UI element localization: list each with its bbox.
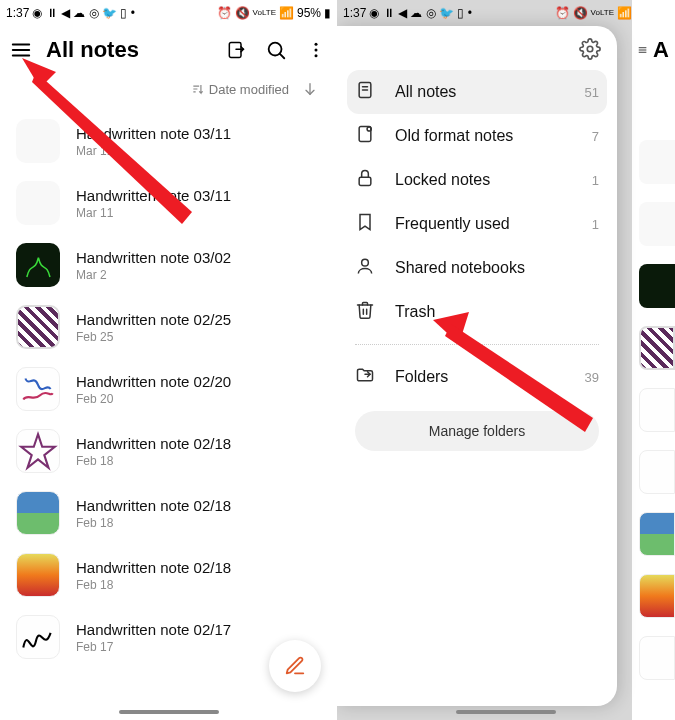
list-item[interactable]: Handwritten note 02/18 Feb 18: [16, 482, 321, 544]
mute-icon: 🔇: [573, 7, 588, 19]
status-time: 1:37: [343, 7, 366, 19]
svg-point-15: [587, 46, 593, 52]
status-bar: 1:37 ◉ ⏸ ◀ ☁ ◎ 🐦 ▯ • ⏰ 🔇 VoLTE 📶 95% ▮: [337, 0, 675, 26]
sort-direction-icon[interactable]: [299, 78, 321, 100]
drawer-item-shared[interactable]: Shared notebooks: [337, 246, 617, 290]
note-thumbnail: [639, 512, 675, 556]
signal-icon: 📶: [279, 7, 294, 19]
status-icons-left: ◉ ⏸ ◀ ☁ ◎ 🐦 ▯ •: [369, 7, 472, 19]
list-item[interactable]: Handwritten note 02/18 Feb 18: [16, 420, 321, 482]
drawer-label: All notes: [395, 83, 456, 101]
note-title: Handwritten note 02/25: [76, 311, 231, 328]
manage-folders-label: Manage folders: [429, 423, 526, 439]
list-item[interactable]: Handwritten note 02/25 Feb 25: [16, 296, 321, 358]
list-item[interactable]: Handwritten note 03/11 Mar 11: [16, 172, 321, 234]
title-sliver: A: [653, 37, 669, 63]
svg-point-22: [362, 259, 369, 266]
svg-line-5: [280, 54, 285, 59]
drawer-item-folders[interactable]: Folders 39: [337, 355, 617, 399]
note-date: Mar 2: [76, 268, 231, 282]
drawer-label: Locked notes: [395, 171, 490, 189]
import-pdf-icon[interactable]: [225, 39, 247, 61]
note-title: Handwritten note 03/11: [76, 125, 231, 142]
lock-icon: [355, 168, 375, 192]
alarm-icon: ⏰: [217, 7, 232, 19]
note-thumbnail: [16, 491, 60, 535]
drawer-item-all-notes[interactable]: All notes 51: [347, 70, 607, 114]
drawer-label: Trash: [395, 303, 435, 321]
svg-point-6: [315, 43, 318, 46]
note-date: Feb 20: [76, 392, 231, 406]
note-date: Feb 18: [76, 454, 231, 468]
drawer-item-locked[interactable]: Locked notes 1: [337, 158, 617, 202]
note-title: Handwritten note 02/18: [76, 435, 231, 452]
list-item[interactable]: Handwritten note 02/18 Feb 18: [16, 544, 321, 606]
trash-icon: [355, 300, 375, 324]
note-date: Mar 11: [76, 144, 231, 158]
note-title: Handwritten note 02/18: [76, 497, 231, 514]
note-thumbnail: [16, 553, 60, 597]
old-format-icon: [355, 124, 375, 148]
more-icon[interactable]: [305, 39, 327, 61]
mute-icon: 🔇: [235, 7, 250, 19]
note-date: Feb 18: [76, 578, 231, 592]
drawer-count: 39: [585, 370, 599, 385]
manage-folders-button[interactable]: Manage folders: [355, 411, 599, 451]
list-item[interactable]: Handwritten note 03/11 Mar 11: [16, 110, 321, 172]
drawer-count: 51: [585, 85, 599, 100]
search-icon[interactable]: [265, 39, 287, 61]
background-content-sliver: A: [632, 0, 675, 720]
app-header: All notes: [0, 26, 337, 74]
hamburger-menu-icon: [638, 40, 647, 60]
svg-rect-3: [229, 43, 241, 58]
volte-icon: VoLTE: [253, 9, 276, 17]
note-thumbnail: [16, 615, 60, 659]
status-bar: 1:37 ◉ ⏸ ◀ ☁ ◎ 🐦 ▯ • ⏰ 🔇 VoLTE 📶 95% ▮: [0, 0, 337, 26]
note-date: Mar 11: [76, 206, 231, 220]
note-icon: [355, 80, 375, 104]
svg-rect-21: [359, 177, 371, 185]
drawer-item-trash[interactable]: Trash: [337, 290, 617, 334]
svg-point-8: [315, 54, 318, 57]
note-thumbnail: [639, 202, 675, 246]
note-thumbnail: [16, 181, 60, 225]
note-thumbnail: [16, 243, 60, 287]
battery-icon: ▮: [324, 7, 331, 19]
sort-row: Date modified: [0, 74, 337, 110]
drawer-count: 7: [592, 129, 599, 144]
drawer-item-frequent[interactable]: Frequently used 1: [337, 202, 617, 246]
sort-button[interactable]: Date modified: [191, 82, 289, 97]
bookmark-icon: [355, 212, 375, 236]
person-icon: [355, 256, 375, 280]
drawer-label: Old format notes: [395, 127, 513, 145]
alarm-icon: ⏰: [555, 7, 570, 19]
home-indicator[interactable]: [456, 710, 556, 714]
list-item[interactable]: Handwritten note 03/02 Mar 2: [16, 234, 321, 296]
hamburger-menu-button[interactable]: [10, 39, 32, 61]
status-time: 1:37: [6, 7, 29, 19]
page-title: All notes: [46, 37, 211, 63]
note-date: Feb 25: [76, 330, 231, 344]
note-thumbnail: [639, 574, 675, 618]
phone-right: 1:37 ◉ ⏸ ◀ ☁ ◎ 🐦 ▯ • ⏰ 🔇 VoLTE 📶 95% ▮ A: [337, 0, 675, 720]
note-title: Handwritten note 03/11: [76, 187, 231, 204]
new-note-fab[interactable]: [269, 640, 321, 692]
drawer-count: 1: [592, 173, 599, 188]
note-thumbnail: [639, 264, 675, 308]
note-date: Feb 17: [76, 640, 231, 654]
home-indicator[interactable]: [119, 710, 219, 714]
drawer-label: Folders: [395, 368, 448, 386]
settings-gear-icon[interactable]: [579, 38, 601, 60]
note-thumbnail: [639, 326, 675, 370]
note-title: Handwritten note 02/18: [76, 559, 231, 576]
note-thumbnail: [639, 636, 675, 680]
sort-label: Date modified: [209, 82, 289, 97]
note-thumbnail: [639, 140, 675, 184]
list-item[interactable]: Handwritten note 02/20 Feb 20: [16, 358, 321, 420]
phone-left: 1:37 ◉ ⏸ ◀ ☁ ◎ 🐦 ▯ • ⏰ 🔇 VoLTE 📶 95% ▮ A…: [0, 0, 337, 720]
drawer-item-old-format[interactable]: Old format notes 7: [337, 114, 617, 158]
note-thumbnail: [16, 305, 60, 349]
drawer-label: Frequently used: [395, 215, 510, 233]
drawer-label: Shared notebooks: [395, 259, 525, 277]
note-thumbnail: [639, 450, 675, 494]
